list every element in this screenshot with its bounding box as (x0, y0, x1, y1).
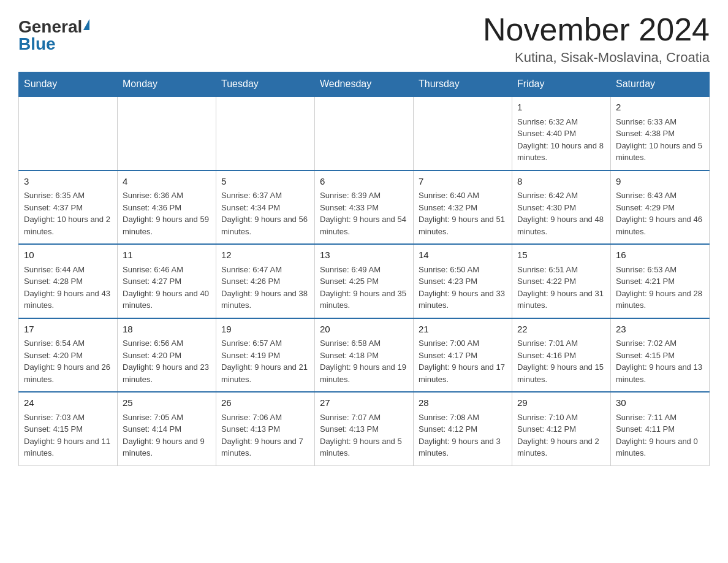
calendar-day-cell: 1Sunrise: 6:32 AMSunset: 4:40 PMDaylight… (512, 96, 611, 170)
day-info-text: Sunrise: 6:50 AM (419, 264, 507, 276)
day-info-text: Sunset: 4:25 PM (320, 275, 408, 288)
day-number: 8 (517, 175, 605, 189)
day-info-text: Sunset: 4:22 PM (517, 275, 605, 288)
day-number: 26 (221, 396, 309, 410)
day-number: 28 (419, 396, 507, 410)
day-info-text: Daylight: 9 hours and 0 minutes. (616, 435, 704, 459)
day-number: 6 (320, 175, 408, 189)
days-of-week-row: SundayMondayTuesdayWednesdayThursdayFrid… (19, 72, 710, 97)
day-info-text: Daylight: 9 hours and 13 minutes. (616, 361, 704, 385)
calendar-day-cell (216, 96, 315, 170)
day-info-text: Sunset: 4:34 PM (221, 202, 309, 214)
calendar-day-cell: 3Sunrise: 6:35 AMSunset: 4:37 PMDaylight… (19, 170, 118, 245)
day-number: 19 (221, 323, 309, 337)
day-number: 5 (221, 175, 309, 189)
calendar-day-cell: 2Sunrise: 6:33 AMSunset: 4:38 PMDaylight… (611, 96, 710, 170)
day-info-text: Sunrise: 7:02 AM (616, 337, 704, 350)
calendar-day-cell: 20Sunrise: 6:58 AMSunset: 4:18 PMDayligh… (315, 318, 414, 393)
day-info-text: Sunrise: 7:03 AM (24, 412, 112, 424)
calendar-day-cell: 24Sunrise: 7:03 AMSunset: 4:15 PMDayligh… (19, 392, 118, 465)
calendar-week-row: 10Sunrise: 6:44 AMSunset: 4:28 PMDayligh… (19, 244, 710, 318)
day-info-text: Sunrise: 6:33 AM (616, 116, 704, 128)
day-info-text: Daylight: 9 hours and 2 minutes. (517, 435, 605, 459)
calendar-day-cell: 21Sunrise: 7:00 AMSunset: 4:17 PMDayligh… (414, 318, 512, 393)
logo-triangle-icon (83, 19, 89, 30)
day-info-text: Daylight: 9 hours and 56 minutes. (221, 213, 309, 237)
day-info-text: Daylight: 9 hours and 31 minutes. (517, 288, 605, 312)
day-of-week-header: Tuesday (216, 72, 315, 97)
day-number: 10 (24, 248, 112, 262)
calendar-day-cell: 11Sunrise: 6:46 AMSunset: 4:27 PMDayligh… (118, 244, 216, 318)
calendar-day-cell: 22Sunrise: 7:01 AMSunset: 4:16 PMDayligh… (512, 318, 611, 393)
day-info-text: Sunset: 4:19 PM (221, 350, 309, 362)
day-number: 14 (419, 248, 507, 262)
day-info-text: Sunset: 4:20 PM (123, 350, 211, 362)
title-section: November 2024 Kutina, Sisak-Moslavina, C… (483, 12, 710, 66)
day-info-text: Sunset: 4:28 PM (24, 275, 112, 288)
calendar-week-row: 17Sunrise: 6:54 AMSunset: 4:20 PMDayligh… (19, 318, 710, 393)
day-of-week-header: Monday (118, 72, 216, 97)
day-number: 3 (24, 175, 112, 189)
day-info-text: Sunset: 4:30 PM (517, 202, 605, 214)
day-number: 30 (616, 396, 704, 410)
day-info-text: Sunset: 4:29 PM (616, 202, 704, 214)
day-of-week-header: Saturday (611, 72, 710, 97)
calendar-day-cell: 18Sunrise: 6:56 AMSunset: 4:20 PMDayligh… (118, 318, 216, 393)
calendar-week-row: 1Sunrise: 6:32 AMSunset: 4:40 PMDaylight… (19, 96, 710, 170)
day-info-text: Sunset: 4:13 PM (320, 423, 408, 435)
calendar-day-cell: 26Sunrise: 7:06 AMSunset: 4:13 PMDayligh… (216, 392, 315, 465)
day-info-text: Daylight: 10 hours and 5 minutes. (616, 140, 704, 164)
day-info-text: Sunrise: 6:39 AM (320, 190, 408, 202)
day-info-text: Sunset: 4:36 PM (123, 202, 211, 214)
calendar-day-cell: 19Sunrise: 6:57 AMSunset: 4:19 PMDayligh… (216, 318, 315, 393)
day-number: 17 (24, 323, 112, 337)
day-info-text: Daylight: 9 hours and 40 minutes. (123, 288, 211, 312)
day-number: 7 (419, 175, 507, 189)
calendar-day-cell: 13Sunrise: 6:49 AMSunset: 4:25 PMDayligh… (315, 244, 414, 318)
day-number: 2 (616, 101, 704, 115)
day-number: 15 (517, 248, 605, 262)
day-info-text: Sunrise: 6:40 AM (419, 190, 507, 202)
day-info-text: Daylight: 10 hours and 2 minutes. (24, 213, 112, 237)
day-info-text: Sunrise: 7:00 AM (419, 337, 507, 350)
day-info-text: Sunrise: 6:46 AM (123, 264, 211, 276)
location-subtitle: Kutina, Sisak-Moslavina, Croatia (483, 50, 710, 66)
day-of-week-header: Sunday (19, 72, 118, 97)
calendar-day-cell: 28Sunrise: 7:08 AMSunset: 4:12 PMDayligh… (414, 392, 512, 465)
day-info-text: Daylight: 10 hours and 8 minutes. (517, 140, 605, 164)
day-info-text: Sunrise: 7:05 AM (123, 412, 211, 424)
day-info-text: Daylight: 9 hours and 15 minutes. (517, 361, 605, 385)
day-number: 22 (517, 323, 605, 337)
day-info-text: Daylight: 9 hours and 54 minutes. (320, 213, 408, 237)
page-header: General Blue November 2024 Kutina, Sisak… (18, 12, 710, 66)
day-info-text: Sunrise: 6:36 AM (123, 190, 211, 202)
day-number: 11 (123, 248, 211, 262)
day-info-text: Sunrise: 6:53 AM (616, 264, 704, 276)
day-info-text: Sunrise: 6:56 AM (123, 337, 211, 350)
day-number: 16 (616, 248, 704, 262)
day-number: 12 (221, 248, 309, 262)
calendar-day-cell: 25Sunrise: 7:05 AMSunset: 4:14 PMDayligh… (118, 392, 216, 465)
day-number: 25 (123, 396, 211, 410)
day-info-text: Sunset: 4:37 PM (24, 202, 112, 214)
calendar-week-row: 3Sunrise: 6:35 AMSunset: 4:37 PMDaylight… (19, 170, 710, 245)
calendar-day-cell: 16Sunrise: 6:53 AMSunset: 4:21 PMDayligh… (611, 244, 710, 318)
calendar-day-cell: 29Sunrise: 7:10 AMSunset: 4:12 PMDayligh… (512, 392, 611, 465)
day-number: 20 (320, 323, 408, 337)
calendar-day-cell: 23Sunrise: 7:02 AMSunset: 4:15 PMDayligh… (611, 318, 710, 393)
day-info-text: Sunset: 4:33 PM (320, 202, 408, 214)
day-info-text: Daylight: 9 hours and 59 minutes. (123, 213, 211, 237)
day-info-text: Daylight: 9 hours and 5 minutes. (320, 435, 408, 459)
logo-general-text: General (18, 18, 82, 36)
day-info-text: Sunrise: 6:54 AM (24, 337, 112, 350)
day-info-text: Sunrise: 6:58 AM (320, 337, 408, 350)
day-info-text: Daylight: 9 hours and 51 minutes. (419, 213, 507, 237)
day-info-text: Sunset: 4:26 PM (221, 275, 309, 288)
calendar-day-cell: 17Sunrise: 6:54 AMSunset: 4:20 PMDayligh… (19, 318, 118, 393)
day-info-text: Daylight: 9 hours and 17 minutes. (419, 361, 507, 385)
day-info-text: Sunrise: 7:07 AM (320, 412, 408, 424)
day-info-text: Sunset: 4:14 PM (123, 423, 211, 435)
day-number: 4 (123, 175, 211, 189)
calendar-week-row: 24Sunrise: 7:03 AMSunset: 4:15 PMDayligh… (19, 392, 710, 465)
day-number: 24 (24, 396, 112, 410)
